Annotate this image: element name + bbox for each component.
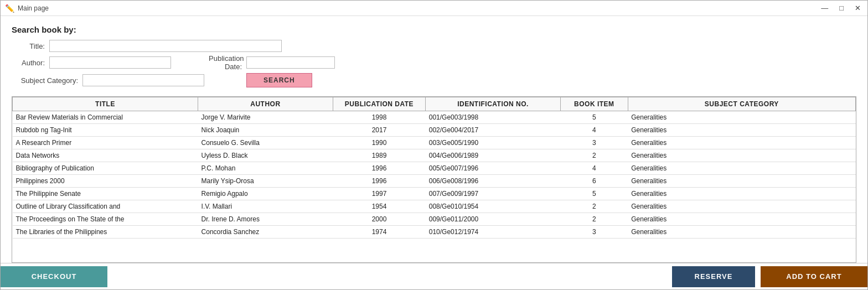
cell-title: The Philippine Senate [13, 188, 198, 200]
cell-bookitem: 4 [560, 124, 628, 137]
cell-pubdate: 1998 [333, 111, 426, 124]
cell-idno: 003/Ge005/1990 [426, 137, 561, 149]
cell-pubdate: 1954 [333, 200, 426, 213]
cell-idno: 007/Ge009/1997 [426, 188, 561, 200]
cell-author: P.C. Mohan [198, 162, 333, 175]
add-to-cart-button[interactable]: ADD TO CART [761, 266, 867, 287]
cell-bookitem: 3 [560, 226, 628, 239]
title-bar-left: ✏️ Main page [5, 4, 49, 13]
search-heading: Search book by: [12, 25, 856, 34]
cell-title: A Research Primer [13, 137, 198, 149]
search-section: Search book by: Title: Author: Publicati… [12, 25, 856, 91]
content-area: Search book by: Title: Author: Publicati… [1, 16, 867, 263]
subject-label: Subject Category: [12, 76, 78, 85]
cell-subject: Generalities [628, 124, 855, 137]
cell-subject: Generalities [628, 213, 855, 226]
subject-input[interactable] [82, 74, 204, 86]
col-header-author: AUTHOR [198, 97, 333, 111]
cell-author: Uyless D. Black [198, 149, 333, 162]
cell-author: Nick Joaquin [198, 124, 333, 137]
window-title: Main page [18, 4, 49, 12]
cell-pubdate: 2000 [333, 213, 426, 226]
col-header-bookitem: BOOK ITEM [560, 97, 628, 111]
cell-idno: 002/Ge004/2017 [426, 124, 561, 137]
cell-author: Marily Ysip-Orosa [198, 175, 333, 188]
table-row[interactable]: Data Networks Uyless D. Black 1989 004/G… [13, 149, 856, 162]
checkout-button[interactable]: CHECKOUT [1, 266, 107, 287]
title-label: Title: [12, 42, 45, 50]
maximize-button[interactable]: □ [837, 4, 846, 12]
main-window: ✏️ Main page — □ ✕ Search book by: Title… [0, 0, 868, 290]
cell-bookitem: 6 [560, 175, 628, 188]
pubdate-input[interactable] [246, 56, 335, 69]
cell-subject: Generalities [628, 162, 855, 175]
pubdate-label: Publication Date: [175, 54, 242, 71]
cell-title: Outline of Library Classification and [13, 200, 198, 213]
cell-title: Data Networks [13, 149, 198, 162]
reserve-button[interactable]: RESERVE [672, 266, 755, 287]
cell-title: Bibliography of Publication [13, 162, 198, 175]
window-controls: — □ ✕ [819, 4, 863, 12]
cell-pubdate: 1996 [333, 175, 426, 188]
cell-author: Jorge V. Marivite [198, 111, 333, 124]
app-icon: ✏️ [5, 4, 14, 13]
cell-bookitem: 2 [560, 213, 628, 226]
minimize-button[interactable]: — [819, 4, 830, 12]
cell-subject: Generalities [628, 200, 855, 213]
cell-idno: 006/Ge008/1996 [426, 175, 561, 188]
cell-bookitem: 5 [560, 111, 628, 124]
cell-author: Dr. Irene D. Amores [198, 213, 333, 226]
cell-bookitem: 4 [560, 162, 628, 175]
table-row[interactable]: Bar Review Materials in Commercial Jorge… [13, 111, 856, 124]
cell-subject: Generalities [628, 188, 855, 200]
search-button[interactable]: SEARCH [246, 73, 312, 87]
col-header-title: TITLE [13, 97, 198, 111]
cell-pubdate: 1996 [333, 162, 426, 175]
cell-author: Consuelo G. Sevilla [198, 137, 333, 149]
cell-pubdate: 1989 [333, 149, 426, 162]
table-row[interactable]: Bibliography of Publication P.C. Mohan 1… [13, 162, 856, 175]
table-row[interactable]: The Proceedings on The State of the Dr. … [13, 213, 856, 226]
cell-pubdate: 2017 [333, 124, 426, 137]
cell-idno: 004/Ge006/1989 [426, 149, 561, 162]
table-header-row: TITLE AUTHOR PUBLICATION DATE IDENTIFICA… [13, 97, 856, 111]
title-input[interactable] [49, 40, 282, 52]
cell-subject: Generalities [628, 226, 855, 239]
bottom-right-buttons: RESERVE ADD TO CART [672, 266, 867, 287]
book-table-container[interactable]: TITLE AUTHOR PUBLICATION DATE IDENTIFICA… [12, 96, 856, 263]
search-form: Title: Author: Publication Date: Subject… [12, 40, 856, 87]
cell-idno: 008/Ge010/1954 [426, 200, 561, 213]
close-button[interactable]: ✕ [852, 4, 863, 12]
col-header-subject: SUBJECT CATEGORY [628, 97, 855, 111]
table-row[interactable]: The Libraries of the Philippines Concord… [13, 226, 856, 239]
table-row[interactable]: Philippines 2000 Marily Ysip-Orosa 1996 … [13, 175, 856, 188]
title-row: Title: [12, 40, 856, 52]
cell-bookitem: 3 [560, 137, 628, 149]
table-row[interactable]: The Philippine Senate Remigio Agpalo 199… [13, 188, 856, 200]
table-row[interactable]: A Research Primer Consuelo G. Sevilla 19… [13, 137, 856, 149]
cell-subject: Generalities [628, 111, 855, 124]
cell-author: I.V. Mallari [198, 200, 333, 213]
cell-idno: 010/Ge012/1974 [426, 226, 561, 239]
cell-bookitem: 2 [560, 149, 628, 162]
cell-title: The Proceedings on The State of the [13, 213, 198, 226]
col-header-idno: IDENTIFICATION NO. [426, 97, 561, 111]
cell-bookitem: 5 [560, 188, 628, 200]
bottom-bar: CHECKOUT RESERVE ADD TO CART [1, 263, 867, 289]
cell-pubdate: 1990 [333, 137, 426, 149]
cell-subject: Generalities [628, 149, 855, 162]
author-input[interactable] [49, 56, 171, 69]
book-table: TITLE AUTHOR PUBLICATION DATE IDENTIFICA… [12, 97, 856, 239]
cell-subject: Generalities [628, 175, 855, 188]
cell-author: Concordia Sanchez [198, 226, 333, 239]
cell-pubdate: 1997 [333, 188, 426, 200]
table-row[interactable]: Outline of Library Classification and I.… [13, 200, 856, 213]
cell-idno: 009/Ge011/2000 [426, 213, 561, 226]
table-row[interactable]: Rubdob ng Tag-Init Nick Joaquin 2017 002… [13, 124, 856, 137]
cell-subject: Generalities [628, 137, 855, 149]
cell-title: Rubdob ng Tag-Init [13, 124, 198, 137]
subject-search-row: Subject Category: SEARCH [12, 73, 856, 87]
cell-title: Philippines 2000 [13, 175, 198, 188]
table-body: Bar Review Materials in Commercial Jorge… [13, 111, 856, 239]
cell-pubdate: 1974 [333, 226, 426, 239]
